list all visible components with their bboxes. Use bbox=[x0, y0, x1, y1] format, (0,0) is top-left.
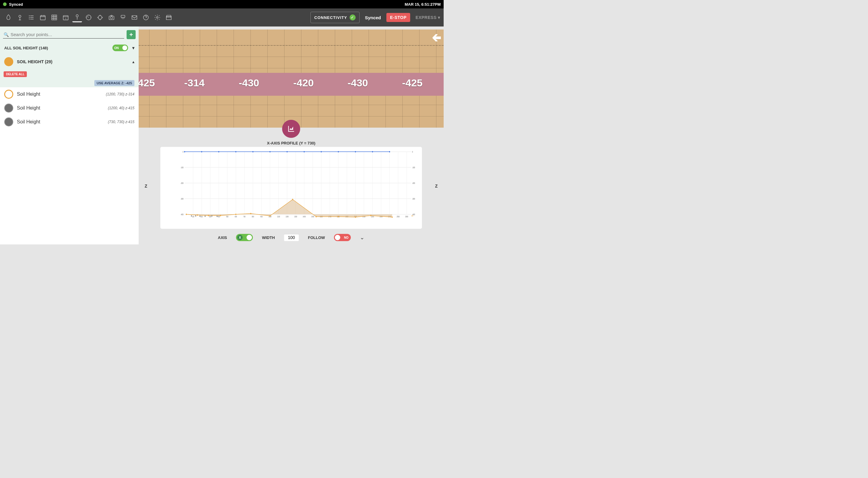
svg-point-84 bbox=[253, 151, 253, 152]
svg-text:-100: -100 bbox=[181, 166, 184, 169]
soil-height-group-header[interactable]: SOIL HEIGHT (29) ▴ bbox=[0, 54, 138, 69]
shop-icon[interactable] bbox=[164, 13, 174, 22]
point-marker-dot bbox=[4, 117, 13, 127]
svg-text:1100: 1100 bbox=[277, 215, 280, 218]
use-average-button[interactable]: USE AVERAGE Z: -425 bbox=[94, 80, 134, 86]
list-numbered-icon[interactable] bbox=[27, 13, 36, 22]
point-name: Soil Height bbox=[17, 105, 104, 111]
calendar-icon[interactable] bbox=[38, 13, 48, 22]
point-coords: (1200, 730) z-314 bbox=[106, 92, 134, 96]
svg-text:-300: -300 bbox=[412, 198, 415, 200]
svg-point-103 bbox=[338, 216, 339, 217]
point-name: Soil Height bbox=[17, 119, 104, 125]
svg-point-101 bbox=[292, 199, 293, 200]
svg-point-85 bbox=[270, 151, 270, 152]
svg-text:1200: 1200 bbox=[286, 215, 289, 218]
gear-icon[interactable] bbox=[153, 13, 162, 22]
point-row[interactable]: Soil Height(730, 730) z-415 bbox=[0, 115, 138, 129]
svg-text:400: 400 bbox=[218, 215, 220, 218]
depth-value: -425 bbox=[402, 77, 423, 89]
crosshair-icon[interactable] bbox=[95, 13, 105, 22]
svg-point-95 bbox=[197, 214, 198, 216]
depth-value: -420 bbox=[293, 77, 314, 89]
svg-text:-300: -300 bbox=[181, 198, 184, 200]
search-input[interactable] bbox=[10, 32, 124, 37]
pin-icon[interactable] bbox=[72, 13, 82, 22]
svg-rect-10 bbox=[132, 15, 137, 20]
svg-point-98 bbox=[236, 214, 236, 215]
follow-label: FOLLOW bbox=[308, 235, 325, 240]
depth-value: -430 bbox=[347, 77, 368, 89]
follow-toggle[interactable]: NO bbox=[334, 234, 351, 241]
axis-toggle[interactable]: X bbox=[236, 234, 253, 241]
point-coords: (1200, 40) z-415 bbox=[108, 106, 134, 110]
svg-point-97 bbox=[220, 215, 221, 216]
svg-rect-0 bbox=[40, 15, 45, 20]
plant-icon[interactable] bbox=[15, 13, 25, 22]
svg-point-109 bbox=[195, 215, 196, 217]
svg-text:700: 700 bbox=[243, 215, 245, 218]
gauge-icon[interactable] bbox=[84, 13, 93, 22]
point-coords: (730, 730) z-415 bbox=[108, 120, 134, 124]
svg-point-105 bbox=[370, 215, 371, 216]
svg-point-90 bbox=[355, 151, 356, 152]
svg-text:safe: safe bbox=[411, 151, 414, 151]
svg-point-89 bbox=[338, 151, 339, 152]
svg-point-91 bbox=[372, 151, 373, 152]
group-title: SOIL HEIGHT (29) bbox=[17, 59, 124, 64]
svg-text:0: 0 bbox=[183, 151, 184, 153]
mail-icon[interactable] bbox=[130, 13, 139, 22]
svg-text:1300: 1300 bbox=[294, 215, 297, 218]
connectivity-button[interactable]: CONNECTIVITY ✓ bbox=[310, 12, 360, 23]
water-icon[interactable] bbox=[118, 13, 128, 22]
search-icon: 🔍 bbox=[4, 32, 9, 37]
depth-value: -425 bbox=[138, 77, 155, 89]
back-arrow-button[interactable]: 🡰 bbox=[432, 33, 441, 43]
group-color-dot bbox=[4, 57, 13, 66]
svg-point-80 bbox=[184, 151, 185, 152]
add-point-button[interactable]: + bbox=[127, 30, 135, 39]
depth-value: -430 bbox=[239, 77, 259, 89]
points-sidebar: 🔍 + ALL SOIL HEIGHT (148) ON ▾ SOIL HEIG… bbox=[0, 27, 138, 244]
chevron-down-icon: ▾ bbox=[132, 45, 134, 50]
estop-button[interactable]: E-STOP bbox=[386, 13, 410, 22]
width-input[interactable] bbox=[284, 234, 299, 241]
svg-point-104 bbox=[355, 216, 356, 218]
field-map[interactable]: -425-314-430-420-430-425 🡰 bbox=[138, 30, 444, 128]
leaf-icon[interactable] bbox=[4, 13, 13, 22]
help-icon[interactable] bbox=[141, 13, 151, 22]
express-dropdown[interactable]: EXPRESS ▾ bbox=[415, 15, 440, 20]
svg-text:-400: -400 bbox=[181, 213, 184, 215]
sync-status-dot bbox=[3, 2, 7, 6]
svg-point-6 bbox=[98, 15, 102, 20]
svg-point-8 bbox=[110, 16, 113, 19]
check-icon: ✓ bbox=[350, 14, 355, 21]
point-row[interactable]: Soil Height(1200, 40) z-415 bbox=[0, 101, 138, 115]
point-marker-dot bbox=[4, 90, 13, 99]
svg-text:300: 300 bbox=[209, 215, 211, 218]
synced-status: Synced bbox=[365, 15, 381, 20]
chart-toggle-button[interactable] bbox=[282, 120, 300, 138]
z-axis-label-left: Z bbox=[145, 183, 147, 189]
calendar-day-icon[interactable]: 1 bbox=[61, 13, 70, 22]
connectivity-label: CONNECTIVITY bbox=[314, 15, 347, 20]
z-axis-label-right: Z bbox=[435, 183, 438, 189]
section-toggle[interactable]: ON bbox=[113, 44, 128, 51]
grid-icon[interactable] bbox=[50, 13, 59, 22]
svg-text:-100: -100 bbox=[412, 166, 415, 169]
svg-text:soil: soil bbox=[411, 215, 413, 217]
svg-rect-9 bbox=[121, 15, 125, 18]
main-area: -425-314-430-420-430-425 🡰 X-AXIS PROFIL… bbox=[138, 27, 444, 244]
chevron-down-icon[interactable]: ⌄ bbox=[360, 234, 364, 241]
svg-point-108 bbox=[191, 215, 192, 217]
svg-point-83 bbox=[236, 151, 236, 152]
svg-point-92 bbox=[389, 151, 390, 152]
all-soil-height-header[interactable]: ALL SOIL HEIGHT (148) ON ▾ bbox=[0, 41, 138, 54]
svg-point-112 bbox=[212, 215, 213, 217]
svg-point-111 bbox=[205, 215, 206, 217]
camera-icon[interactable] bbox=[107, 13, 116, 22]
point-row[interactable]: Soil Height(1200, 730) z-314 bbox=[0, 87, 138, 101]
caret-down-icon: ▾ bbox=[438, 15, 440, 20]
delete-all-button[interactable]: DELETE ALL bbox=[4, 71, 27, 77]
svg-point-86 bbox=[287, 151, 287, 152]
